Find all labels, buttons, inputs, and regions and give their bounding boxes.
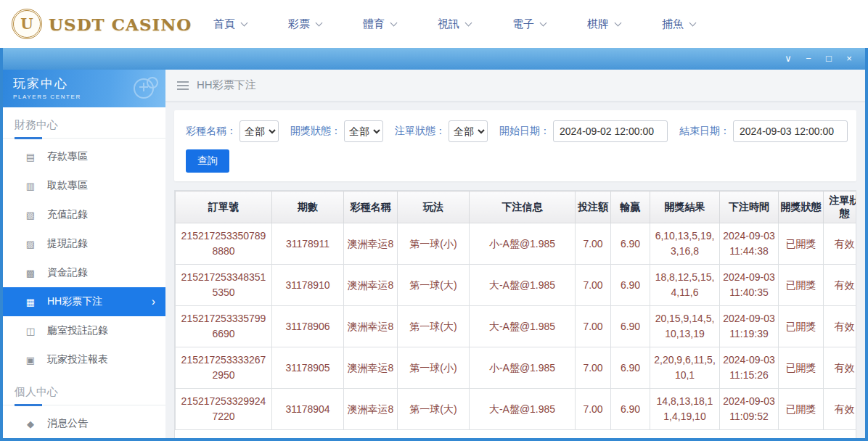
- bets-table-card: 訂單號期數彩種名稱玩法下注信息投注額輸贏開獎結果下注時間開獎狀態注單狀態 215…: [174, 190, 856, 438]
- chevron-down-icon: [689, 19, 697, 26]
- lottery-select[interactable]: 全部: [239, 120, 279, 142]
- gamepad-icon: [119, 74, 160, 103]
- end-date-input[interactable]: [733, 120, 848, 142]
- nav-item[interactable]: 彩票: [288, 17, 322, 31]
- nav-item[interactable]: 電子: [512, 17, 546, 31]
- sidebar-item-player-bet-report[interactable]: ▣玩家投注報表: [3, 345, 165, 374]
- issue-cell: 31178905: [272, 347, 344, 389]
- draw-result-cell: 18,8,12,5,15,4,11,6: [650, 265, 720, 306]
- order-status-cell: 有效: [824, 347, 857, 389]
- brand[interactable]: U USDT CASINO: [12, 9, 193, 39]
- sidebar-section-label: 財務中心: [15, 118, 154, 132]
- brand-logo-icon: U: [12, 9, 42, 39]
- order-no-cell: 2152172533507898880: [176, 223, 272, 265]
- nav-item-label: 電子: [512, 17, 534, 31]
- draw-status-select[interactable]: 全部: [344, 120, 383, 142]
- lottery-name-cell: 澳洲幸运8: [344, 347, 398, 389]
- order-no-cell: 2152172533357996690: [176, 306, 272, 347]
- sidebar-item-withdraw[interactable]: ▥取款專區: [3, 171, 165, 200]
- table-row: 215217253329924722031178904澳洲幸运8第一球(大)大-…: [176, 389, 857, 430]
- window-maximize-button[interactable]: □: [819, 48, 839, 70]
- col-header-order-status: 注單狀態: [824, 191, 857, 223]
- issue-cell: 31178910: [272, 265, 344, 306]
- hamburger-menu-icon[interactable]: [177, 81, 189, 90]
- bet-amount-cell: 7.00: [576, 347, 611, 389]
- window-close-button[interactable]: ×: [839, 48, 859, 70]
- order-status-cell: 有效: [824, 389, 857, 430]
- col-header-draw-status: 開獎狀態: [779, 191, 824, 223]
- bet-time-cell: 2024-09-03 11:44:38: [720, 223, 779, 265]
- section-divider: [3, 405, 165, 405]
- lottery-name-cell: 澳洲幸运8: [344, 389, 398, 430]
- sidebar-item-announcements[interactable]: ◆消息公告: [3, 409, 165, 438]
- withdraw-icon: ▥: [25, 181, 36, 191]
- button-row: 查詢: [186, 149, 845, 173]
- order-no-cell: 2152172533483515350: [176, 265, 272, 306]
- chevron-down-icon: [615, 19, 622, 26]
- sidebar-item-room-bet-record[interactable]: ◫廳室投註記錄: [3, 316, 165, 345]
- sidebar-item-label: 資金記錄: [47, 266, 88, 279]
- player-report-icon: ▣: [25, 355, 36, 366]
- table-row: 215217253335799669031178906澳洲幸运8第一球(大)大-…: [176, 306, 857, 347]
- nav-item[interactable]: 首頁: [213, 17, 247, 31]
- sidebar-item-label: 提現記錄: [47, 237, 88, 250]
- nav-item-label: 棋牌: [587, 17, 609, 31]
- draw-status-cell: 已開獎: [779, 223, 824, 265]
- draw-result-cell: 6,10,13,5,19,3,16,8: [650, 223, 720, 265]
- sidebar-item-label: 廳室投註記錄: [47, 324, 108, 337]
- deposit-icon: ▤: [25, 152, 36, 162]
- sidebar-item-label: 充值記錄: [47, 208, 88, 221]
- sidebar-item-funds-record[interactable]: ▩資金記錄: [3, 258, 165, 287]
- order-status-cell: 有效: [824, 306, 857, 347]
- bet-time-cell: 2024-09-03 11:09:52: [720, 389, 779, 430]
- sidebar-item-recharge-record[interactable]: ▧充值記錄: [3, 200, 165, 229]
- nav-item[interactable]: 體育: [363, 17, 396, 31]
- bet-time-cell: 2024-09-03 11:19:39: [720, 306, 779, 347]
- table-row: 215217253333267295031178905澳洲幸运8第一球(小)小-…: [176, 347, 857, 389]
- app-window: ∨−□× 玩家中心 PLAYERS CENTER 財務中心▤存款專區▥取款專區▧…: [0, 48, 868, 441]
- start-date-input-label: 開始日期：: [499, 125, 550, 138]
- sidebar-item-label: HH彩票下注: [47, 295, 102, 308]
- table-header-row: 訂單號期數彩種名稱玩法下注信息投注額輸贏開獎結果下注時間開獎狀態注單狀態: [176, 191, 857, 223]
- window-minimize-button[interactable]: −: [798, 48, 819, 70]
- issue-cell: 31178904: [272, 389, 344, 430]
- sidebar-item-label: 玩家投注報表: [47, 353, 108, 366]
- chevron-down-icon: [241, 19, 248, 26]
- page-title: HH彩票下注: [197, 78, 256, 92]
- col-header-lottery-name: 彩種名稱: [344, 191, 398, 223]
- chevron-right-icon: ›: [152, 295, 155, 308]
- window-collapse-button[interactable]: ∨: [778, 48, 798, 70]
- bet-info-cell: 小-A盤@1.985: [470, 223, 576, 265]
- nav-item-label: 體育: [363, 17, 385, 31]
- section-divider: [3, 138, 165, 139]
- draw-status-cell: 已開獎: [779, 389, 824, 430]
- bets-table: 訂單號期數彩種名稱玩法下注信息投注額輸贏開獎結果下注時間開獎狀態注單狀態 215…: [175, 191, 856, 430]
- bet-status-select-label: 注單狀態：: [395, 125, 446, 138]
- start-date-input[interactable]: [553, 120, 668, 142]
- filter-row: 彩種名稱：全部開獎狀態：全部注單狀態：全部開始日期：結束日期：: [186, 120, 845, 142]
- sidebar-item-withdraw-record[interactable]: ▨提現記錄: [3, 229, 165, 258]
- sidebar-menu: 財務中心▤存款專區▥取款專區▧充值記錄▨提現記錄▩資金記錄▦HH彩票下注›◫廳室…: [3, 107, 165, 438]
- window-controls: ∨−□×: [778, 48, 859, 70]
- bet-status-select[interactable]: 全部: [449, 120, 488, 142]
- bet-amount-cell: 7.00: [576, 223, 611, 265]
- win-loss-cell: 6.90: [611, 347, 650, 389]
- search-button[interactable]: 查詢: [186, 149, 229, 173]
- table-row: 215217253350789888031178911澳洲幸运8第一球(小)小-…: [176, 223, 857, 265]
- sidebar-item-deposit[interactable]: ▤存款專區: [3, 142, 165, 171]
- nav-item[interactable]: 視訊: [438, 17, 471, 31]
- window-body: 玩家中心 PLAYERS CENTER 財務中心▤存款專區▥取款專區▧充值記錄▨…: [3, 70, 865, 438]
- site-topbar: U USDT CASINO 首頁彩票體育視訊電子棋牌捕魚: [0, 0, 868, 48]
- col-header-bet-amount: 投注額: [576, 191, 611, 223]
- announcement-icon: ◆: [25, 419, 36, 429]
- issue-cell: 31178911: [272, 223, 344, 265]
- window-titlebar[interactable]: ∨−□×: [3, 48, 865, 70]
- nav-item-label: 視訊: [438, 17, 459, 31]
- nav-item[interactable]: 棋牌: [587, 17, 621, 31]
- sidebar-item-hh-lottery-bets[interactable]: ▦HH彩票下注›: [3, 287, 165, 316]
- funds-record-icon: ▩: [25, 268, 36, 279]
- room-bet-record-icon: ◫: [25, 326, 36, 337]
- draw-result-cell: 14,8,13,18,11,4,19,10: [650, 389, 720, 430]
- bet-info-cell: 大-A盤@1.985: [470, 389, 576, 430]
- nav-item[interactable]: 捕魚: [662, 17, 695, 31]
